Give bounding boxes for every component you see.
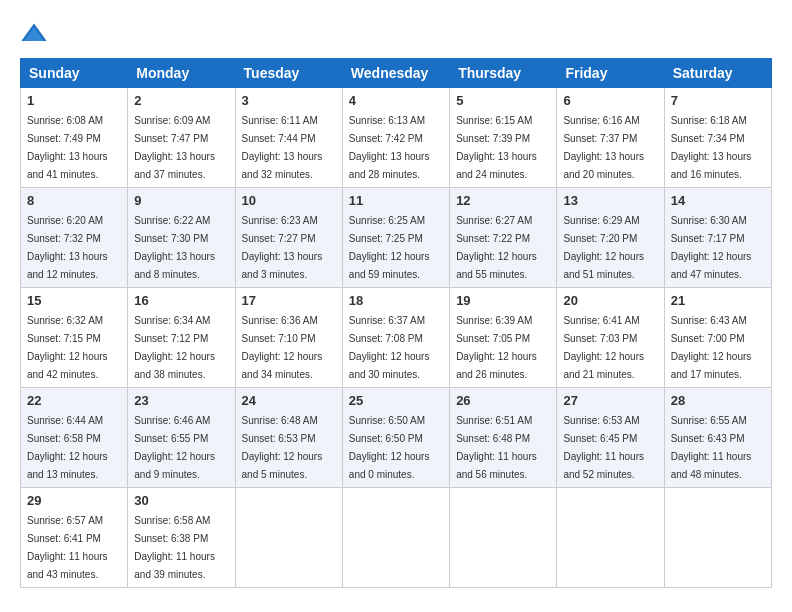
day-number: 28 [671,393,765,408]
day-number: 25 [349,393,443,408]
day-number: 20 [563,293,657,308]
calendar-cell [664,488,771,588]
day-number: 4 [349,93,443,108]
day-info: Sunrise: 6:44 AMSunset: 6:58 PMDaylight:… [27,415,108,480]
day-info: Sunrise: 6:41 AMSunset: 7:03 PMDaylight:… [563,315,644,380]
calendar-cell [557,488,664,588]
day-number: 7 [671,93,765,108]
day-of-week-header: Monday [128,59,235,88]
day-info: Sunrise: 6:55 AMSunset: 6:43 PMDaylight:… [671,415,752,480]
day-info: Sunrise: 6:18 AMSunset: 7:34 PMDaylight:… [671,115,752,180]
day-header-row: SundayMondayTuesdayWednesdayThursdayFrid… [21,59,772,88]
day-info: Sunrise: 6:36 AMSunset: 7:10 PMDaylight:… [242,315,323,380]
day-number: 17 [242,293,336,308]
calendar-cell: 16 Sunrise: 6:34 AMSunset: 7:12 PMDaylig… [128,288,235,388]
day-number: 10 [242,193,336,208]
calendar-cell: 29 Sunrise: 6:57 AMSunset: 6:41 PMDaylig… [21,488,128,588]
day-number: 14 [671,193,765,208]
calendar-cell: 14 Sunrise: 6:30 AMSunset: 7:17 PMDaylig… [664,188,771,288]
day-number: 2 [134,93,228,108]
calendar-cell: 22 Sunrise: 6:44 AMSunset: 6:58 PMDaylig… [21,388,128,488]
day-info: Sunrise: 6:22 AMSunset: 7:30 PMDaylight:… [134,215,215,280]
day-number: 16 [134,293,228,308]
day-number: 26 [456,393,550,408]
day-info: Sunrise: 6:11 AMSunset: 7:44 PMDaylight:… [242,115,323,180]
day-number: 15 [27,293,121,308]
day-number: 30 [134,493,228,508]
calendar-cell: 13 Sunrise: 6:29 AMSunset: 7:20 PMDaylig… [557,188,664,288]
calendar-cell: 7 Sunrise: 6:18 AMSunset: 7:34 PMDayligh… [664,88,771,188]
calendar-cell: 15 Sunrise: 6:32 AMSunset: 7:15 PMDaylig… [21,288,128,388]
logo [20,20,50,48]
day-info: Sunrise: 6:48 AMSunset: 6:53 PMDaylight:… [242,415,323,480]
day-info: Sunrise: 6:39 AMSunset: 7:05 PMDaylight:… [456,315,537,380]
calendar-cell: 18 Sunrise: 6:37 AMSunset: 7:08 PMDaylig… [342,288,449,388]
day-info: Sunrise: 6:58 AMSunset: 6:38 PMDaylight:… [134,515,215,580]
calendar-cell: 26 Sunrise: 6:51 AMSunset: 6:48 PMDaylig… [450,388,557,488]
day-number: 21 [671,293,765,308]
day-info: Sunrise: 6:27 AMSunset: 7:22 PMDaylight:… [456,215,537,280]
calendar-cell: 28 Sunrise: 6:55 AMSunset: 6:43 PMDaylig… [664,388,771,488]
calendar-cell [235,488,342,588]
calendar-cell: 9 Sunrise: 6:22 AMSunset: 7:30 PMDayligh… [128,188,235,288]
calendar-cell: 25 Sunrise: 6:50 AMSunset: 6:50 PMDaylig… [342,388,449,488]
calendar-cell: 30 Sunrise: 6:58 AMSunset: 6:38 PMDaylig… [128,488,235,588]
day-number: 19 [456,293,550,308]
day-number: 11 [349,193,443,208]
day-of-week-header: Tuesday [235,59,342,88]
day-info: Sunrise: 6:23 AMSunset: 7:27 PMDaylight:… [242,215,323,280]
day-info: Sunrise: 6:53 AMSunset: 6:45 PMDaylight:… [563,415,644,480]
calendar-cell: 5 Sunrise: 6:15 AMSunset: 7:39 PMDayligh… [450,88,557,188]
day-number: 6 [563,93,657,108]
day-info: Sunrise: 6:43 AMSunset: 7:00 PMDaylight:… [671,315,752,380]
calendar-week-row: 22 Sunrise: 6:44 AMSunset: 6:58 PMDaylig… [21,388,772,488]
day-info: Sunrise: 6:15 AMSunset: 7:39 PMDaylight:… [456,115,537,180]
day-info: Sunrise: 6:08 AMSunset: 7:49 PMDaylight:… [27,115,108,180]
day-info: Sunrise: 6:46 AMSunset: 6:55 PMDaylight:… [134,415,215,480]
calendar-cell: 2 Sunrise: 6:09 AMSunset: 7:47 PMDayligh… [128,88,235,188]
calendar-cell: 8 Sunrise: 6:20 AMSunset: 7:32 PMDayligh… [21,188,128,288]
day-number: 18 [349,293,443,308]
day-info: Sunrise: 6:30 AMSunset: 7:17 PMDaylight:… [671,215,752,280]
calendar-cell: 10 Sunrise: 6:23 AMSunset: 7:27 PMDaylig… [235,188,342,288]
day-number: 3 [242,93,336,108]
day-number: 9 [134,193,228,208]
day-info: Sunrise: 6:51 AMSunset: 6:48 PMDaylight:… [456,415,537,480]
day-info: Sunrise: 6:09 AMSunset: 7:47 PMDaylight:… [134,115,215,180]
calendar-cell: 21 Sunrise: 6:43 AMSunset: 7:00 PMDaylig… [664,288,771,388]
day-of-week-header: Thursday [450,59,557,88]
calendar-week-row: 1 Sunrise: 6:08 AMSunset: 7:49 PMDayligh… [21,88,772,188]
day-number: 27 [563,393,657,408]
calendar-cell: 4 Sunrise: 6:13 AMSunset: 7:42 PMDayligh… [342,88,449,188]
day-of-week-header: Saturday [664,59,771,88]
calendar-cell: 20 Sunrise: 6:41 AMSunset: 7:03 PMDaylig… [557,288,664,388]
calendar-week-row: 8 Sunrise: 6:20 AMSunset: 7:32 PMDayligh… [21,188,772,288]
calendar-cell: 23 Sunrise: 6:46 AMSunset: 6:55 PMDaylig… [128,388,235,488]
calendar: SundayMondayTuesdayWednesdayThursdayFrid… [20,58,772,588]
day-number: 23 [134,393,228,408]
calendar-cell: 11 Sunrise: 6:25 AMSunset: 7:25 PMDaylig… [342,188,449,288]
day-number: 22 [27,393,121,408]
day-number: 12 [456,193,550,208]
day-info: Sunrise: 6:25 AMSunset: 7:25 PMDaylight:… [349,215,430,280]
day-info: Sunrise: 6:16 AMSunset: 7:37 PMDaylight:… [563,115,644,180]
calendar-cell: 27 Sunrise: 6:53 AMSunset: 6:45 PMDaylig… [557,388,664,488]
day-info: Sunrise: 6:13 AMSunset: 7:42 PMDaylight:… [349,115,430,180]
day-info: Sunrise: 6:20 AMSunset: 7:32 PMDaylight:… [27,215,108,280]
day-info: Sunrise: 6:34 AMSunset: 7:12 PMDaylight:… [134,315,215,380]
calendar-week-row: 15 Sunrise: 6:32 AMSunset: 7:15 PMDaylig… [21,288,772,388]
day-number: 24 [242,393,336,408]
day-number: 1 [27,93,121,108]
day-number: 29 [27,493,121,508]
logo-icon [20,20,48,48]
day-info: Sunrise: 6:29 AMSunset: 7:20 PMDaylight:… [563,215,644,280]
calendar-cell: 24 Sunrise: 6:48 AMSunset: 6:53 PMDaylig… [235,388,342,488]
day-of-week-header: Sunday [21,59,128,88]
day-info: Sunrise: 6:57 AMSunset: 6:41 PMDaylight:… [27,515,108,580]
calendar-cell: 17 Sunrise: 6:36 AMSunset: 7:10 PMDaylig… [235,288,342,388]
day-info: Sunrise: 6:32 AMSunset: 7:15 PMDaylight:… [27,315,108,380]
day-info: Sunrise: 6:37 AMSunset: 7:08 PMDaylight:… [349,315,430,380]
calendar-cell: 1 Sunrise: 6:08 AMSunset: 7:49 PMDayligh… [21,88,128,188]
calendar-cell: 6 Sunrise: 6:16 AMSunset: 7:37 PMDayligh… [557,88,664,188]
calendar-week-row: 29 Sunrise: 6:57 AMSunset: 6:41 PMDaylig… [21,488,772,588]
